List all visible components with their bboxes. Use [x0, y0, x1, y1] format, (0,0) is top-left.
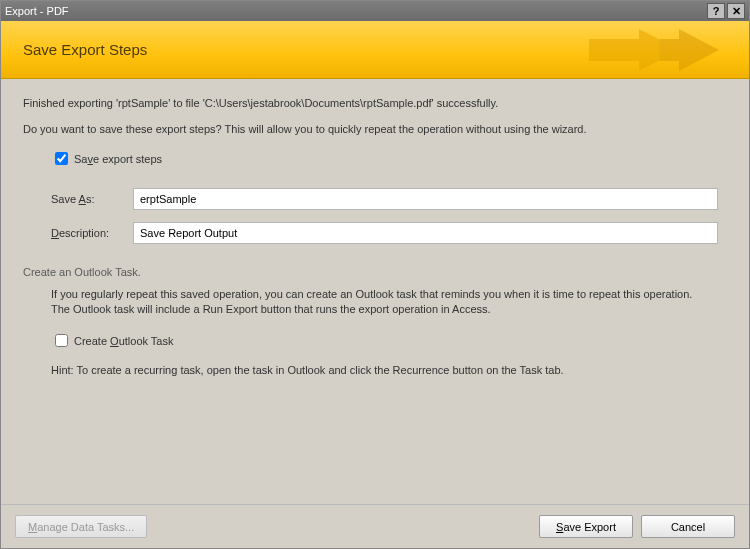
close-button[interactable]: ✕: [727, 3, 745, 19]
outlook-section-body: If you regularly repeat this saved opera…: [51, 288, 727, 376]
outlook-section-label: Create an Outlook Task.: [23, 266, 727, 278]
export-pdf-dialog: Export - PDF ? ✕ Save Export Steps Finis…: [0, 0, 750, 549]
banner-title: Save Export Steps: [23, 41, 147, 58]
close-icon: ✕: [732, 5, 741, 18]
content-area: Finished exporting 'rptSample' to file '…: [1, 79, 749, 504]
save-export-steps-label: Save export steps: [74, 153, 162, 165]
save-export-steps-row: Save export steps: [51, 149, 727, 168]
help-icon: ?: [713, 5, 720, 17]
window-title: Export - PDF: [5, 5, 705, 17]
save-as-label: Save As:: [51, 193, 133, 205]
save-question: Do you want to save these export steps? …: [23, 123, 727, 135]
save-as-input[interactable]: [133, 188, 718, 210]
save-export-steps-checkbox[interactable]: [55, 152, 68, 165]
cancel-button[interactable]: Cancel: [641, 515, 735, 538]
save-export-button[interactable]: Save Export: [539, 515, 633, 538]
save-as-row: Save As:: [51, 188, 727, 210]
svg-marker-0: [589, 29, 679, 71]
description-label: Description:: [51, 227, 133, 239]
description-row: Description:: [51, 222, 727, 244]
outlook-para-1: If you regularly repeat this saved opera…: [51, 288, 727, 300]
create-outlook-task-checkbox[interactable]: [55, 334, 68, 347]
create-outlook-task-row: Create Outlook Task: [51, 331, 727, 350]
button-bar: Manage Data Tasks... Save Export Cancel: [1, 504, 749, 548]
banner-arrow-icon: [529, 21, 729, 79]
outlook-para-2: The Outlook task will include a Run Expo…: [51, 303, 727, 315]
outlook-hint: Hint: To create a recurring task, open t…: [51, 364, 727, 376]
titlebar: Export - PDF ? ✕: [1, 1, 749, 21]
finished-message: Finished exporting 'rptSample' to file '…: [23, 97, 727, 109]
description-input[interactable]: [133, 222, 718, 244]
banner: Save Export Steps: [1, 21, 749, 79]
create-outlook-task-label: Create Outlook Task: [74, 335, 173, 347]
manage-data-tasks-button[interactable]: Manage Data Tasks...: [15, 515, 147, 538]
help-button[interactable]: ?: [707, 3, 725, 19]
svg-marker-1: [659, 29, 719, 71]
